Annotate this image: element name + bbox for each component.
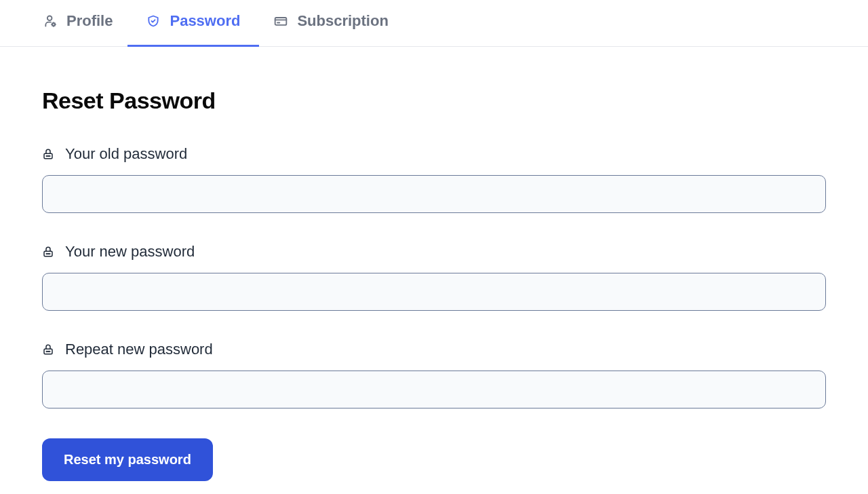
- lock-icon: [42, 246, 54, 258]
- svg-point-13: [48, 352, 49, 352]
- new-password-input[interactable]: [42, 273, 826, 311]
- svg-rect-2: [275, 18, 287, 25]
- tab-profile[interactable]: Profile: [43, 0, 113, 46]
- tab-subscription[interactable]: Subscription: [274, 0, 388, 46]
- label-old-password-text: Your old password: [65, 145, 187, 163]
- svg-point-5: [48, 156, 49, 157]
- svg-point-10: [50, 254, 50, 254]
- label-new-password: Your new password: [42, 243, 826, 261]
- label-new-password-text: Your new password: [65, 243, 195, 261]
- svg-point-12: [46, 352, 47, 352]
- svg-point-6: [50, 156, 50, 157]
- form-group-old-password: Your old password: [42, 145, 826, 213]
- tab-subscription-label: Subscription: [297, 12, 388, 30]
- lock-icon: [42, 148, 54, 160]
- user-icon: [43, 14, 57, 28]
- old-password-input[interactable]: [42, 175, 826, 213]
- reset-password-button[interactable]: Reset my password: [42, 438, 213, 481]
- content: Reset Password Your old password: [0, 47, 868, 494]
- svg-point-9: [48, 254, 49, 254]
- svg-point-0: [47, 16, 52, 21]
- svg-point-14: [50, 352, 50, 352]
- tab-password[interactable]: Password: [146, 0, 240, 46]
- tabs-container: Profile Password Subscription: [0, 0, 868, 47]
- tab-profile-label: Profile: [66, 12, 113, 30]
- repeat-password-input[interactable]: [42, 370, 826, 408]
- label-repeat-password-text: Repeat new password: [65, 341, 213, 358]
- svg-point-8: [46, 254, 47, 254]
- page-title: Reset Password: [42, 88, 826, 114]
- tab-password-label: Password: [170, 12, 240, 30]
- label-old-password: Your old password: [42, 145, 826, 163]
- tabs: Profile Password Subscription: [24, 0, 844, 46]
- form-group-repeat-password: Repeat new password: [42, 341, 826, 408]
- shield-icon: [146, 14, 160, 28]
- label-repeat-password: Repeat new password: [42, 341, 826, 358]
- credit-card-icon: [274, 14, 288, 28]
- lock-icon: [42, 343, 54, 356]
- svg-point-4: [46, 156, 47, 157]
- form-group-new-password: Your new password: [42, 243, 826, 311]
